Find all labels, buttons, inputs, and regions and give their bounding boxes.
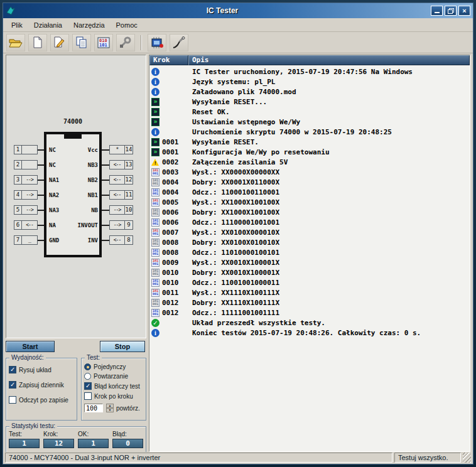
edit-script-button[interactable] [50, 34, 69, 51]
column-header-krok[interactable]: Krok [149, 55, 188, 65]
binary-pattern-button[interactable]: 010 101 [94, 34, 113, 51]
run-buttons: Start Stop [6, 341, 146, 352]
column-header-opis[interactable]: Opis [188, 55, 470, 65]
stat-ok: OK:1 [78, 431, 109, 448]
log-row[interactable]: 0010Odcz.: 11001001000011 [149, 277, 470, 287]
log-row[interactable]: 0004Dobry: XX0001X011000X [149, 177, 470, 187]
stats-group-title: Statystyki testu: [9, 422, 57, 429]
repeat-spinner[interactable]: ▲ ▼ [106, 404, 114, 412]
log-message: Język systemu: pl_PL [190, 78, 275, 86]
good-icon [151, 269, 160, 277]
radio-label: Powtarzanie [94, 373, 128, 380]
title-bar[interactable]: IC Tester × [3, 3, 473, 18]
checkbox-krok-po-kroku[interactable] [84, 392, 92, 400]
menu-item-plik[interactable]: Plik [6, 19, 28, 31]
log-row[interactable]: 0006Odcz.: 11100001001001 [149, 217, 470, 227]
pin-direction-icon: _ [22, 236, 37, 244]
pin-number: 1 [14, 146, 22, 154]
log-step-number: 0004 [162, 178, 190, 186]
repeat-label: powtórz. [116, 405, 140, 412]
log-row[interactable]: Ustawianie wstępnego We/Wy [149, 117, 470, 127]
pin-label-nb2: NB2 [88, 177, 98, 183]
pin-wire [102, 195, 109, 196]
log-row[interactable]: 0003Wysł.: XX0000X00000XX [149, 167, 470, 177]
stop-button[interactable]: Stop [100, 341, 145, 352]
checkbox-row-b-d-ko-czy-test[interactable]: Błąd kończy test [82, 382, 146, 390]
pin-number: 11 [125, 191, 133, 199]
checkbox-odczyt-po-zapisie[interactable] [9, 396, 16, 404]
menu-bar: PlikDziałaniaNarzędziaPomoc [3, 18, 473, 32]
log-row[interactable]: Układ przeszedł wszystkie testy. [149, 318, 470, 328]
resize-grip[interactable] [463, 453, 471, 463]
log-row[interactable]: Reset OK. [149, 107, 470, 117]
chip-canvas: 74000 1NC2NC3-->NA14-->NA25-->NA36<--NA7… [6, 55, 146, 338]
read-icon [151, 279, 160, 287]
menu-item-narz-dzia[interactable]: Narzędzia [68, 19, 110, 31]
test-group-title: Test: [85, 354, 102, 361]
settings-button[interactable] [116, 34, 135, 51]
start-button[interactable]: Start [6, 341, 55, 352]
checkbox-b-d-ko-czy-test[interactable] [84, 382, 92, 390]
probe-button[interactable] [170, 34, 188, 51]
log-row[interactable]: 0004Odcz.: 11000100110001 [149, 187, 470, 197]
spinner-down-icon[interactable]: ▼ [106, 408, 114, 412]
log-message: IC Tester uruchomiony, 2015-07-19 20:47:… [190, 68, 413, 76]
pin-wire [38, 225, 44, 226]
menu-item-dzia-ania[interactable]: Działania [29, 19, 67, 31]
log-row[interactable]: Język systemu: pl_PL [149, 77, 470, 87]
stat-test: Test:1 [9, 431, 40, 448]
log-message: Dobry: XX1110X100111X [190, 299, 279, 307]
repeat-count-input[interactable] [84, 404, 103, 412]
log-row[interactable]: 0009Wysł.: XX0010X100001X [149, 257, 470, 267]
checkbox-row-rysuj-uk-ad[interactable]: Rysuj układ [6, 366, 77, 373]
pin-number: 5 [14, 206, 22, 214]
minimize-icon [435, 9, 440, 13]
radio-row-powtarzanie[interactable]: Powtarzanie [82, 373, 146, 380]
log-row[interactable]: Koniec testów 2015-07-19 20:48:26. Całko… [149, 328, 470, 338]
spinner-up-icon[interactable]: ▲ [106, 404, 114, 408]
info-icon [151, 128, 160, 136]
menu-item-pomoc[interactable]: Pomoc [111, 19, 143, 31]
checkbox-rysuj-uk-ad[interactable] [9, 366, 16, 373]
log-row[interactable]: 0007Wysł.: XX0100X000010X [149, 227, 470, 237]
checkbox-row-zapisuj-dziennik[interactable]: Zapisuj dziennik [6, 381, 77, 389]
log-header: Krok Opis [149, 55, 470, 65]
log-row[interactable]: Wysyłanie RESET... [149, 97, 470, 107]
checkbox-row-odczyt-po-zapisie[interactable]: Odczyt po zapisie [6, 396, 77, 404]
new-file-button[interactable] [28, 34, 47, 51]
chip-notch-icon [64, 132, 82, 139]
test-chip-button[interactable] [148, 34, 166, 51]
log-step-number: 0009 [162, 259, 190, 267]
log-row[interactable]: 0005Wysł.: XX1000X100100X [149, 197, 470, 207]
copy-button[interactable] [72, 34, 91, 51]
pin-box-6: 6<-- [14, 220, 38, 230]
log-row[interactable]: 0012Dobry: XX1110X100111X [149, 298, 470, 308]
log-row[interactable]: Załadowano plik 74000.mod [149, 87, 470, 97]
checkbox-zapisuj-dziennik[interactable] [9, 381, 16, 389]
log-row[interactable]: IC Tester uruchomiony, 2015-07-19 20:47:… [149, 67, 470, 77]
log-message: Wysyłanie RESET. [190, 138, 259, 146]
log-row[interactable]: 0010Dobry: XX0010X100001X [149, 267, 470, 277]
log-row[interactable]: 0006Dobry: XX1000X100100X [149, 207, 470, 217]
log-row[interactable]: 0001Konfiguracja We/Wy po resetowaniu [149, 147, 470, 157]
pin-label-nb3: NB3 [88, 162, 98, 168]
stat-label: Test: [9, 431, 40, 437]
log-row[interactable]: 0012Odcz.: 11111001001111 [149, 308, 470, 318]
minimize-button[interactable] [431, 6, 443, 16]
log-row[interactable]: 0002Załączenie zasilania 5V [149, 157, 470, 167]
radio-pojedynczy[interactable] [84, 363, 91, 370]
log-row[interactable]: 0001Wysyłanie RESET. [149, 137, 470, 147]
radio-powtarzanie[interactable] [84, 373, 91, 380]
close-button[interactable]: × [458, 6, 470, 16]
checkbox-row-krok-po-kroku[interactable]: Krok po kroku [82, 392, 146, 400]
radio-row-pojedynczy[interactable]: Pojedynczy [82, 363, 146, 370]
log-row[interactable]: 0008Odcz.: 11010000100101 [149, 247, 470, 257]
reset-icon [151, 148, 160, 156]
log-row[interactable]: Uruchomienie skryptu 74000 w 2015-07-19 … [149, 127, 470, 137]
pin-wire [102, 180, 109, 181]
open-file-button[interactable] [6, 34, 25, 51]
log-row[interactable]: 0008Dobry: XX0100X010010X [149, 237, 470, 247]
pin-label-nb1: NB1 [88, 192, 98, 198]
maximize-button[interactable] [445, 6, 457, 16]
log-row[interactable]: 0011Wysł.: XX1110X100111X [149, 287, 470, 298]
